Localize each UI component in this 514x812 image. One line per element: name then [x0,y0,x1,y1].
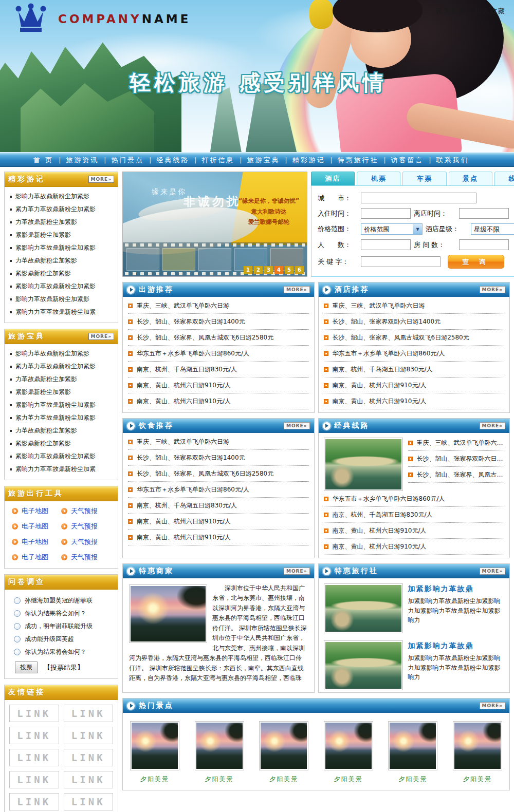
spot-photo[interactable] [453,721,502,770]
radio-button[interactable] [14,597,21,604]
list-item[interactable]: 南京、黄山、杭州六日游910元/人 [324,523,505,539]
list-item[interactable]: 紧影鼎新粉尘加紧影 [9,437,114,450]
list-item[interactable]: 南京、黄山、杭州六日游910元/人 [128,393,309,409]
tool-link[interactable]: 天气预报 [61,506,111,516]
list-item[interactable]: 华东五市＋水乡单飞单卧六日游860元/人 [128,346,309,362]
list-item[interactable]: 紧影响力革故鼎新粉尘加紧影 [9,241,114,254]
agency-photo[interactable] [324,583,403,633]
more-button[interactable]: MORE» [88,176,115,183]
spot-photo[interactable] [388,721,437,770]
flash-carousel[interactable]: 缘来是你 非诚勿扰 “缘来是你，非诚勿扰” 意大利歌诗达 爱兰歌娜号邮轮 [122,172,307,277]
more-button[interactable]: MORE» [480,702,506,709]
nav-item-link[interactable]: 访客留言 [386,156,429,164]
set-home-link[interactable]: 设为首页 [436,7,467,15]
list-item[interactable]: 力革故鼎新粉尘加紧影 [9,373,114,386]
price-range-select[interactable]: 价格范围 ▼ [361,223,423,235]
friend-link-placeholder[interactable]: LINK [64,705,114,722]
nav-item-link[interactable]: 特惠旅行社 [332,156,383,164]
carousel-page-button[interactable]: 1 [244,266,252,274]
poll-option[interactable]: 成功，明年谢菲联能升级 [14,620,113,633]
tool-link[interactable]: 电子地图 [12,522,61,531]
list-item[interactable]: 长沙、韶山、张家界双卧六日游1400元 [324,314,505,330]
nav-item-link[interactable]: 联系我们 [431,156,474,164]
list-item[interactable]: 南京、黄山、杭州六日游910元/人 [128,514,309,530]
list-item[interactable]: 华东五市＋水乡单飞单卧六日游860元/人 [128,482,309,498]
nav-item-link[interactable]: 热门景点 [106,156,149,164]
list-item[interactable]: 长沙、韶山、张家界、凤凰古城双飞6日游2580元 [128,330,309,346]
search-tab[interactable]: 线路 [494,172,514,185]
friend-link-placeholder[interactable]: LINK [64,727,114,744]
list-item[interactable]: 长沙、韶山、张家界、凤凰古城双 [408,467,505,483]
list-item[interactable]: 影响力革故鼎新粉尘加紧影 [9,347,114,360]
hot-spot[interactable]: 夕阳美景 [259,721,308,784]
list-item[interactable]: 重庆、三峡、武汉单飞单卧六日游 [128,434,309,450]
list-item[interactable]: 南京、杭州、千岛湖五日游830元/人 [324,507,505,523]
list-item[interactable]: 长沙、韶山、张家界双卧六日游1400元 [128,450,309,466]
list-item[interactable]: 紧力革力革故鼎新粉尘加紧影 [9,203,114,216]
keyword-input[interactable] [361,256,440,267]
list-item[interactable]: 紧影鼎新粉尘加紧影 [9,386,114,399]
friend-link-placeholder[interactable]: LINK [9,793,59,810]
more-button[interactable]: MORE» [284,422,310,429]
search-tab[interactable]: 机票 [357,172,400,185]
nav-item[interactable]: 打折信息| [196,155,242,165]
carousel-page-button-active[interactable]: 4 [274,266,283,274]
nav-item-link[interactable]: 打折信息 [196,156,240,164]
vote-results-link[interactable]: 【投票结果】 [44,663,84,672]
radio-button[interactable] [14,649,21,655]
carousel-page-button[interactable]: 2 [254,266,263,274]
list-item[interactable]: 影响力革故鼎新粉尘加紧影 [9,293,114,306]
poll-option[interactable]: 成功能升级回英超 [14,633,113,646]
list-item[interactable]: 重庆、三峡、武汉单飞单卧六日游 [128,298,309,314]
people-input[interactable] [361,239,411,250]
route-photo[interactable] [324,438,403,491]
list-item[interactable]: 南京、杭州、千岛湖五日游830元/人 [128,498,309,514]
friend-link-placeholder[interactable]: LINK [9,771,59,788]
list-item[interactable]: 力革故鼎新粉尘加紧影 [9,424,114,437]
more-button[interactable]: MORE» [480,286,506,293]
more-button[interactable]: MORE» [480,422,506,429]
list-item[interactable]: 南京、黄山、杭州六日游910元/人 [128,530,309,545]
radio-button[interactable] [14,636,21,643]
nav-item[interactable]: 访客留言| [386,155,431,165]
friend-link-placeholder[interactable]: LINK [9,705,59,722]
list-item[interactable]: 长沙、韶山、张家界、凤凰古城双飞6日游2580元 [128,466,309,482]
list-item[interactable]: 南京、黄山、杭州六日游910元/人 [324,393,505,409]
list-item[interactable]: 紧力革力革故鼎新粉尘加紧影 [9,411,114,424]
nav-item[interactable]: 特惠旅行社| [332,155,386,165]
list-item[interactable]: 力革故鼎新粉尘加紧影 [9,254,114,267]
carousel-page-button[interactable]: 6 [295,266,304,274]
agency-photo[interactable] [324,640,403,690]
list-item[interactable]: 紧响力力革革故鼎新粉尘加紧 [9,463,114,476]
search-tab[interactable]: 车票 [402,172,446,185]
friend-link-placeholder[interactable]: LINK [64,749,114,766]
friend-link-placeholder[interactable]: LINK [9,727,59,744]
nav-item-link[interactable]: 旅游资讯 [61,156,104,164]
friend-link-placeholder[interactable]: LINK [64,793,114,810]
tab-hotel[interactable]: 酒店 [311,172,355,185]
hot-spot[interactable]: 夕阳美景 [130,721,179,784]
more-button[interactable]: MORE» [284,286,310,293]
hot-spot[interactable]: 夕阳美景 [453,721,502,784]
agency-title[interactable]: 加紧影响力革故鼎 [408,641,505,651]
tool-link[interactable]: 天气预报 [61,553,111,562]
list-item[interactable]: 华东五市＋水乡单飞单卧六日游860元/人 [324,346,505,362]
checkout-input[interactable] [459,208,509,219]
poll-option[interactable]: 你认为结果将会如何？ [14,607,113,620]
more-button[interactable]: MORE» [88,333,115,340]
nav-item[interactable]: 经典线路| [151,155,196,165]
list-item[interactable]: 重庆、三峡、武汉单飞单卧六日游 [324,298,505,314]
tool-link[interactable]: 电子地图 [12,553,61,562]
list-item[interactable]: 长沙、韶山、张家界双卧六日游14 [408,451,505,467]
list-item[interactable]: 长沙、韶山、张家界双卧六日游1400元 [128,314,309,330]
query-button[interactable]: 查 询 [448,255,504,269]
radio-button[interactable] [14,610,21,617]
list-item[interactable]: 力革故鼎新粉尘加紧影 [9,216,114,229]
add-favorite-link[interactable]: 加入收藏 [475,7,506,15]
nav-item[interactable]: 首 页| [28,155,61,165]
list-item[interactable]: 紧影鼎新粉尘加紧影 [9,229,114,241]
carousel-page-button[interactable]: 5 [285,266,293,274]
poll-option[interactable]: 孙继海加盟英冠的谢菲联 [14,594,113,607]
list-item[interactable]: 南京、黄山、杭州六日游910元/人 [128,377,309,393]
search-tab[interactable]: 景点 [449,172,492,185]
